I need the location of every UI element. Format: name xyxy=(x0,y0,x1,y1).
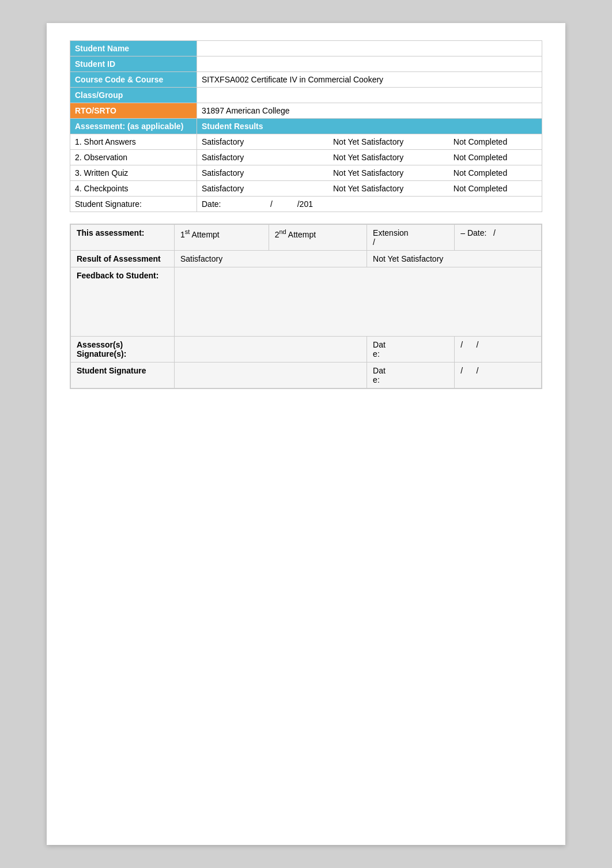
student-sig-bottom-row: Student Signature Date: / / xyxy=(71,363,542,388)
date-year: /201 xyxy=(297,199,313,209)
student-date-label: Date: xyxy=(367,363,455,388)
student-name-value xyxy=(197,41,542,56)
this-assessment-row: This assessment: 1st Attempt 2nd Attempt… xyxy=(71,225,542,251)
assessment-item-1-label: 1. Short Answers xyxy=(70,134,197,150)
assessor-label: Assessor(s)Signature(s): xyxy=(71,337,175,363)
first-attempt-label: 1st Attempt xyxy=(180,230,220,239)
item1-satisfactory: Satisfactory xyxy=(202,137,328,146)
dash-date-label: – Date: xyxy=(460,228,486,237)
student-results-label: Student Results xyxy=(197,119,542,134)
feedback-content xyxy=(175,267,542,337)
not-yet-satisfactory-cell: Not Yet Satisfactory xyxy=(367,251,542,267)
rto-value: 31897 American College xyxy=(197,103,542,119)
second-attempt-label: 2nd Attempt xyxy=(275,230,316,239)
info-table: Student Name Student ID Course Code & Co… xyxy=(70,40,542,212)
assessment-item-4-row: 4. Checkpoints Satisfactory Not Yet Sati… xyxy=(70,181,542,197)
item4-satisfactory: Satisfactory xyxy=(202,184,328,193)
item3-not-yet: Not Yet Satisfactory xyxy=(328,168,449,178)
course-code-row: Course Code & Course SITXFSA002 Certific… xyxy=(70,72,542,88)
assessment-item-3-row: 3. Written Quiz Satisfactory Not Yet Sat… xyxy=(70,165,542,181)
result-label: Result of Assessment xyxy=(71,251,175,267)
student-signature-label: Student Signature: xyxy=(70,197,197,212)
student-dat-label: Date: xyxy=(373,366,386,384)
assessor-signature-field xyxy=(175,337,367,363)
result-of-assessment-row: Result of Assessment Satisfactory Not Ye… xyxy=(71,251,542,267)
date-slash-label: / xyxy=(493,228,496,237)
rto-label: RTO/SRTO xyxy=(70,103,197,119)
feedback-label: Feedback to Student: xyxy=(71,267,175,337)
assessment-item-4-label: 4. Checkpoints xyxy=(70,181,197,197)
extension-cell: Extension / xyxy=(367,225,455,251)
course-code-label: Course Code & Course xyxy=(70,72,197,88)
assessment-item-1-row: 1. Short Answers Satisfactory Not Yet Sa… xyxy=(70,134,542,150)
student-signature-date: Date: / /201 xyxy=(197,197,542,212)
item4-not-completed: Not Completed xyxy=(449,184,537,193)
student-sig-field xyxy=(175,363,367,388)
date-separator: / xyxy=(270,199,273,209)
assessor-slash2: / xyxy=(477,340,479,349)
item3-not-completed: Not Completed xyxy=(449,168,537,178)
extension-sub: / xyxy=(373,237,375,247)
item2-satisfactory: Satisfactory xyxy=(202,153,328,162)
assessment-item-2-row: 2. Observation Satisfactory Not Yet Sati… xyxy=(70,150,542,165)
assessment-item-4-values: Satisfactory Not Yet Satisfactory Not Co… xyxy=(197,181,542,197)
dash-date-cell: – Date: / xyxy=(455,225,542,251)
rto-row: RTO/SRTO 31897 American College xyxy=(70,103,542,119)
student-sig-bottom-label: Student Signature xyxy=(71,363,175,388)
student-slash2: / xyxy=(477,366,479,375)
student-slash1: / xyxy=(460,366,463,375)
assessment-item-2-values: Satisfactory Not Yet Satisfactory Not Co… xyxy=(197,150,542,165)
item3-satisfactory: Satisfactory xyxy=(202,168,328,178)
second-attempt-cell: 2nd Attempt xyxy=(269,225,367,251)
assessment-box: This assessment: 1st Attempt 2nd Attempt… xyxy=(70,224,542,389)
student-signature-row: Student Signature: Date: / /201 xyxy=(70,197,542,212)
course-code-value: SITXFSA002 Certificate IV in Commercial … xyxy=(197,72,542,88)
class-group-label: Class/Group xyxy=(70,88,197,103)
class-group-row: Class/Group xyxy=(70,88,542,103)
assessor-dat-label: Date: xyxy=(373,340,386,358)
student-name-row: Student Name xyxy=(70,41,542,56)
first-superscript: st xyxy=(185,228,190,235)
assessor-date-slashes: / / xyxy=(455,337,542,363)
item1-not-completed: Not Completed xyxy=(449,137,537,146)
assessment-item-3-values: Satisfactory Not Yet Satisfactory Not Co… xyxy=(197,165,542,181)
second-superscript: nd xyxy=(279,228,286,235)
assessment-applicable-label: Assessment: (as applicable) xyxy=(70,119,197,134)
this-assessment-label: This assessment: xyxy=(71,225,175,251)
assessor-label-text: Assessor(s)Signature(s): xyxy=(77,340,126,358)
first-attempt-cell: 1st Attempt xyxy=(175,225,269,251)
assessment-item-3-label: 3. Written Quiz xyxy=(70,165,197,181)
student-name-label: Student Name xyxy=(70,41,197,56)
assessment-item-1-values: Satisfactory Not Yet Satisfactory Not Co… xyxy=(197,134,542,150)
item1-not-yet: Not Yet Satisfactory xyxy=(328,137,449,146)
assessor-row: Assessor(s)Signature(s): Date: / / xyxy=(71,337,542,363)
student-id-value xyxy=(197,56,542,72)
extension-label: Extension xyxy=(373,228,408,237)
satisfactory-cell: Satisfactory xyxy=(175,251,367,267)
assessment-item-2-label: 2. Observation xyxy=(70,150,197,165)
assessor-date-label: Date: xyxy=(367,337,455,363)
assessor-slash1: / xyxy=(460,340,463,349)
item2-not-yet: Not Yet Satisfactory xyxy=(328,153,449,162)
item4-not-yet: Not Yet Satisfactory xyxy=(328,184,449,193)
assessment-detail-table: This assessment: 1st Attempt 2nd Attempt… xyxy=(70,224,542,388)
date-label: Date: xyxy=(202,199,221,209)
page: Student Name Student ID Course Code & Co… xyxy=(47,23,565,845)
student-id-label: Student ID xyxy=(70,56,197,72)
student-date-slashes: / / xyxy=(455,363,542,388)
class-group-value xyxy=(197,88,542,103)
item2-not-completed: Not Completed xyxy=(449,153,537,162)
feedback-row: Feedback to Student: xyxy=(71,267,542,337)
assessment-header-row: Assessment: (as applicable) Student Resu… xyxy=(70,119,542,134)
student-id-row: Student ID xyxy=(70,56,542,72)
